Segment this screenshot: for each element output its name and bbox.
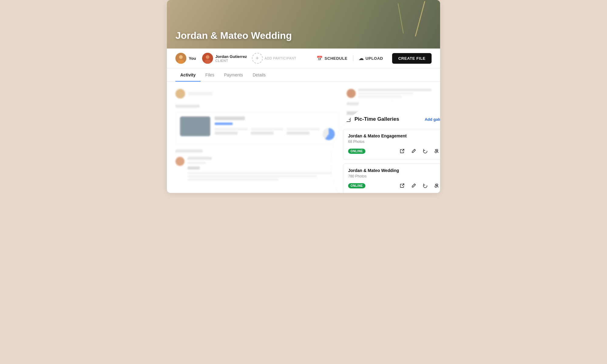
svg-point-4	[206, 55, 209, 59]
stat-2	[251, 128, 284, 140]
left-column	[175, 89, 339, 186]
tab-payments[interactable]: Payments	[219, 68, 248, 82]
gallery-1-footer: ONLINE	[348, 147, 440, 155]
popup-header: Pic-Time Galleries Add gallery	[343, 115, 440, 123]
schedule-label: SCHEDULE	[324, 56, 348, 61]
gallery-1-external-link-btn[interactable]	[398, 147, 406, 155]
main-card: Jordan & Mateo Wedding You	[167, 0, 440, 193]
gallery-2-actions	[398, 181, 440, 190]
svg-point-1	[179, 55, 183, 59]
gallery-1-unlink-btn[interactable]	[432, 147, 440, 155]
page-container: Jordan & Mateo Wedding You	[0, 0, 607, 364]
gallery-2-photos: 780 Photos	[348, 174, 440, 178]
pie-chart	[323, 128, 335, 140]
upload-label: UPLOAD	[365, 56, 383, 61]
gallery-item-1: Jordan & Mateo Engagement 68 Photos ONLI…	[343, 129, 440, 160]
stat-line-6	[287, 132, 310, 135]
reply-avatar	[175, 89, 185, 99]
album-info	[215, 116, 335, 140]
gallery-1-photos: 68 Photos	[348, 140, 440, 144]
plus-icon: +	[256, 55, 259, 62]
album-progress-bar	[215, 123, 233, 125]
right-line-2	[358, 92, 413, 94]
right-lines	[358, 89, 432, 98]
add-gallery-button[interactable]: Add gallery	[425, 117, 440, 122]
nav-tabs: Activity Files Payments Details	[167, 68, 440, 82]
reply-text	[188, 92, 212, 96]
gallery-1-edit-btn[interactable]	[409, 147, 418, 155]
avatar-you	[175, 53, 186, 64]
hero-banner: Jordan & Mateo Wedding	[167, 0, 440, 49]
right-line-1	[358, 89, 432, 91]
gallery-2-external-link-btn[interactable]	[398, 181, 406, 190]
right-msg	[347, 89, 432, 98]
refresh-icon-2	[423, 183, 428, 188]
gallery-2-unlink-btn[interactable]	[432, 181, 440, 190]
activity-para-3	[188, 179, 279, 181]
activity-avatar	[175, 157, 185, 166]
tab-details[interactable]: Details	[248, 68, 270, 82]
add-participant-btn[interactable]: + ADD PARTICIPANT	[252, 53, 297, 64]
refresh-icon	[423, 149, 428, 153]
activity-time	[188, 162, 206, 164]
gallery-1-actions	[398, 147, 440, 155]
gallery-2-name: Jordan & Mateo Wedding	[348, 168, 440, 173]
recent-activity-label	[175, 150, 203, 153]
you-label: You	[189, 56, 196, 61]
section-label-attached	[175, 105, 200, 108]
upload-button[interactable]: ☁ UPLOAD	[353, 53, 388, 64]
stat-3	[287, 128, 320, 140]
own-label	[347, 102, 359, 105]
album-card	[175, 112, 339, 145]
popup-inner: Pic-Time Galleries Add gallery Jordan & …	[343, 115, 440, 193]
stat-line-5	[287, 128, 320, 130]
album-title	[215, 116, 245, 120]
project-title: Jordan & Mateo Wedding	[175, 30, 292, 41]
gallery-1-name: Jordan & Mateo Engagement	[348, 133, 440, 138]
client-name: Jordan Gutierrez	[215, 54, 247, 59]
external-link-icon	[400, 149, 405, 153]
activity-para-2	[188, 175, 317, 177]
edit-icon	[411, 149, 416, 153]
stat-1	[215, 128, 248, 140]
gallery-2-status: ONLINE	[348, 183, 365, 188]
edit-icon-2	[411, 183, 416, 188]
unlink-icon	[434, 149, 439, 153]
popup-title: Pic-Time Galleries	[354, 116, 399, 122]
tab-activity[interactable]: Activity	[175, 68, 201, 82]
unlink-icon-2	[434, 183, 439, 188]
activity-type	[188, 167, 200, 170]
album-stats	[215, 128, 335, 140]
right-line-3	[358, 96, 402, 98]
toolbar-actions: 📅 SCHEDULE ☁ UPLOAD CREATE FILE	[311, 53, 432, 64]
content-area: Pic-Time Galleries Add gallery Jordan & …	[167, 82, 440, 193]
gallery-2-refresh-btn[interactable]	[421, 181, 429, 190]
gallery-2-edit-btn[interactable]	[409, 181, 418, 190]
tab-files[interactable]: Files	[201, 68, 219, 82]
avatar-you-img	[175, 53, 186, 64]
schedule-button[interactable]: 📅 SCHEDULE	[311, 53, 353, 64]
stat-line-4	[251, 132, 274, 135]
stat-line-3	[251, 128, 284, 130]
gallery-1-refresh-btn[interactable]	[421, 147, 429, 155]
activity-para-1	[188, 172, 339, 174]
add-participant-circle: +	[252, 53, 263, 64]
toolbar: You Jordan Gutierrez CLIENT +	[167, 49, 440, 68]
right-avatar	[347, 89, 356, 98]
activity-name	[188, 157, 212, 160]
stat-line-2	[215, 132, 238, 135]
avatar-client	[202, 53, 213, 64]
album-thumbnail	[180, 116, 210, 136]
create-file-button[interactable]: CREATE FILE	[392, 53, 432, 64]
activity-item-1	[175, 157, 339, 181]
schedule-icon: 📅	[317, 56, 323, 61]
client-role: CLIENT	[215, 59, 247, 62]
activity-content	[188, 157, 339, 181]
add-participant-label: ADD PARTICIPANT	[265, 56, 297, 60]
client-info: Jordan Gutierrez CLIENT	[215, 54, 247, 62]
participant-client: Jordan Gutierrez CLIENT	[202, 53, 247, 64]
gallery-item-2: Jordan & Mateo Wedding 780 Photos ONLINE	[343, 163, 440, 193]
gallery-2-footer: ONLINE	[348, 181, 440, 190]
stat-line-1	[215, 128, 248, 130]
upload-icon: ☁	[359, 56, 364, 61]
